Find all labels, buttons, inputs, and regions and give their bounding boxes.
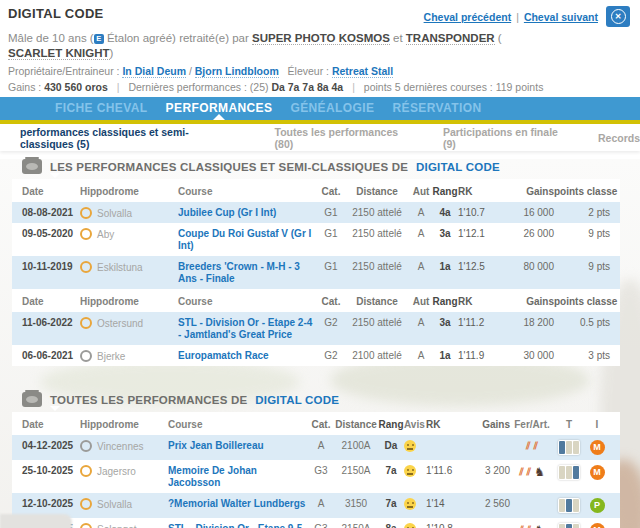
- prev-horse-link[interactable]: Cheval précédent: [424, 11, 512, 23]
- race-date: 12-10-2025: [22, 498, 80, 509]
- link-separator: |: [516, 11, 519, 23]
- nav-genealogie[interactable]: GÉNÉALOGIE: [281, 97, 383, 120]
- race-gains: 80 000: [502, 261, 554, 272]
- nav-performances[interactable]: PERFORMANCES: [157, 97, 282, 120]
- race-distance: 2150A: [334, 465, 378, 476]
- race-distance: 2150: [352, 228, 374, 239]
- header-notch: [50, 406, 60, 416]
- content-area: LES PERFORMANCES CLASSIQUES ET SEMI-CLAS…: [0, 159, 640, 528]
- race-points: 2 pts: [554, 207, 610, 218]
- race-gains: 18 200: [502, 317, 554, 328]
- race-cat: G1: [318, 261, 344, 272]
- subtab-records[interactable]: Records: [598, 132, 640, 144]
- race-mode: attelé: [377, 261, 401, 272]
- race-gains: 2 560: [466, 498, 510, 509]
- race-aut: A: [410, 317, 432, 328]
- course-link[interactable]: Breeders 'Crown - M-H - 3 Ans - Finale: [178, 261, 318, 285]
- damsire-link[interactable]: SCARLET KNIGHT: [8, 47, 110, 60]
- nav-reservation[interactable]: RÉSERVATION: [383, 97, 490, 120]
- points-value: 119 points: [496, 81, 544, 93]
- race-type-badge: M: [590, 523, 605, 528]
- col-aut: Aut: [410, 186, 432, 197]
- stallion-note: Étalon agréé): [107, 32, 176, 44]
- compare-horse-icon[interactable]: [606, 6, 630, 27]
- race-rk: 1'11.2: [458, 317, 502, 328]
- table-row: 25-10-2025 Jagersro Memoire De Johan Jac…: [12, 460, 620, 493]
- race-date: 25-10-2025: [22, 465, 80, 476]
- table-row: 11-06-2022 Ostersund STL - Division Or -…: [12, 312, 620, 345]
- race-date: 06-06-2021: [22, 350, 80, 361]
- trainer-link[interactable]: Bjorn Lindbloom: [195, 65, 279, 78]
- sire-link[interactable]: SUPER PHOTO KOSMOS: [252, 32, 390, 45]
- col-cat: Cat.: [308, 419, 334, 430]
- course-link[interactable]: ?Memorial Walter Lundbergs: [168, 498, 305, 510]
- race-gains: 26 000: [502, 228, 554, 239]
- page-header: DIGITAL CODE Cheval précédent | Cheval s…: [0, 0, 640, 97]
- track-direction-icon: [80, 498, 92, 510]
- col-t: T: [554, 419, 584, 430]
- race-type-badge: M: [590, 440, 605, 455]
- pipe: |: [352, 81, 355, 93]
- race-rank: 8a: [378, 523, 404, 528]
- track-direction-icon: [80, 207, 92, 219]
- track-direction-icon: [80, 317, 92, 329]
- hippodrome-name: Aby: [97, 229, 114, 240]
- race-aut: A: [410, 207, 432, 218]
- subtab-classiques[interactable]: performances classiques et semi-classiqu…: [20, 126, 241, 150]
- col-gains: Gains: [502, 296, 554, 307]
- hippodrome-name: Vincennes: [97, 441, 144, 452]
- next-horse-link[interactable]: Cheval suivant: [524, 11, 598, 23]
- lastperf-count: (25): [250, 81, 269, 93]
- race-rank: 1a: [432, 350, 458, 361]
- performances-section-icon: [22, 392, 42, 407]
- nav-fiche-cheval[interactable]: FICHE CHEVAL: [46, 97, 157, 120]
- course-link[interactable]: Memoire De Johan Jacobsson: [168, 465, 308, 489]
- col-hippodrome: Hippodrome: [80, 419, 168, 430]
- owner-link[interactable]: In Dial Deum: [122, 65, 186, 78]
- section-classiques-header: LES PERFORMANCES CLASSIQUES ET SEMI-CLAS…: [22, 159, 640, 174]
- avis-smiley-icon: [404, 523, 416, 528]
- race-date: 10-11-2019: [22, 261, 80, 272]
- race-mode: attelé: [377, 350, 401, 361]
- dam-link[interactable]: TRANSPONDER: [406, 32, 495, 45]
- owner-label: Propriétaire/Entraineur :: [8, 65, 119, 77]
- subtab-toutes[interactable]: Toutes les performances (80): [275, 126, 409, 150]
- owner-slash: /: [189, 65, 192, 77]
- horse-nav-links: Cheval précédent | Cheval suivant: [424, 6, 630, 27]
- breeder-link[interactable]: Retreat Stall: [332, 65, 393, 78]
- performances-section-icon: [22, 159, 42, 174]
- race-date: 08-08-2021: [22, 207, 80, 218]
- course-link[interactable]: Europamatch Race: [178, 350, 269, 362]
- course-link[interactable]: Prix Jean Boillereau: [168, 440, 264, 452]
- course-link[interactable]: Jubilee Cup (Gr I Int): [178, 207, 276, 219]
- foreground-photo-blob: [0, 514, 72, 528]
- race-cat: G2: [318, 317, 344, 328]
- race-gains: 3 200: [466, 465, 510, 476]
- course-link[interactable]: Coupe Du Roi Gustaf V (Gr I Int): [178, 228, 318, 252]
- section-title-gray: LES PERFORMANCES CLASSIQUES ET SEMI-CLAS…: [50, 161, 408, 173]
- avis-smiley-icon: [404, 440, 416, 452]
- race-rk: 1'14: [426, 498, 466, 509]
- col-date: Date: [22, 186, 80, 197]
- race-points: 9 pts: [554, 261, 610, 272]
- deferre-icon: [519, 466, 523, 478]
- col-date: Date: [22, 419, 80, 430]
- hippodrome-name: Solvalla: [97, 208, 132, 219]
- course-link[interactable]: STL - Division Or - Etape 9-5 - Veckefja…: [168, 523, 308, 528]
- col-distance: Distance: [344, 186, 410, 197]
- breeder-label: Éleveur :: [288, 65, 329, 77]
- race-cat: G3: [308, 523, 334, 528]
- race-rk: 1'11.6: [426, 465, 466, 476]
- col-rk: RK: [458, 296, 502, 307]
- col-points: points classe: [554, 186, 610, 197]
- deferre-icon: [527, 466, 531, 478]
- gains-value: 430 560 oros: [44, 81, 108, 93]
- race-distance: 3150: [334, 498, 378, 509]
- retired-status: retraité(e): [179, 32, 229, 44]
- race-points: 3 pts: [554, 350, 610, 361]
- subtab-finales[interactable]: Participations en finale (9): [443, 126, 564, 150]
- race-aut: A: [410, 228, 432, 239]
- col-course: Course: [168, 419, 308, 430]
- col-rang: Rang: [432, 186, 458, 197]
- course-link[interactable]: STL - Division Or - Etape 2-4 - Jamtland…: [178, 317, 318, 341]
